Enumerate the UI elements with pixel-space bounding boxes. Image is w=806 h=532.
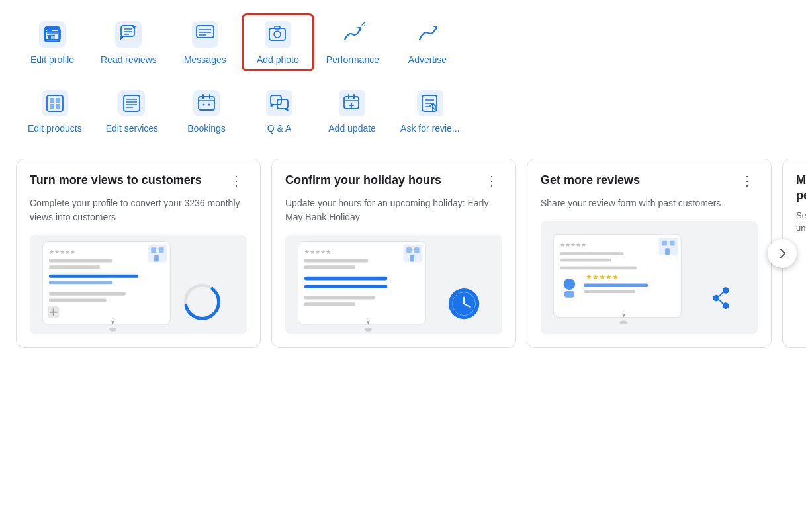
performance-label: Performance — [326, 54, 379, 65]
add-photo-icon — [263, 20, 292, 49]
svg-text:★★★★★: ★★★★★ — [49, 249, 75, 255]
svg-rect-30 — [50, 104, 54, 109]
edit-services-icon — [117, 89, 146, 118]
actions-row-2: Edit products Edit services — [16, 82, 790, 140]
svg-rect-104 — [584, 290, 635, 293]
svg-point-78 — [111, 318, 114, 321]
svg-rect-9 — [50, 34, 55, 40]
svg-rect-31 — [56, 104, 60, 109]
add-photo-label: Add photo — [257, 54, 299, 65]
svg-rect-90 — [410, 255, 414, 262]
action-messages[interactable]: Messages — [169, 13, 242, 71]
svg-line-115 — [719, 300, 723, 304]
svg-rect-89 — [414, 247, 420, 253]
cards-section: Turn more views to customers ⋮ Complete … — [16, 159, 790, 348]
svg-rect-2 — [47, 30, 52, 31]
svg-rect-100 — [560, 259, 611, 262]
advertise-icon — [413, 20, 442, 49]
svg-rect-106 — [564, 291, 574, 298]
svg-point-44 — [208, 104, 210, 106]
ask-for-review-icon — [416, 89, 445, 118]
views-card-menu-btn[interactable]: ⋮ — [226, 173, 247, 189]
svg-text:★★★★★: ★★★★★ — [586, 273, 619, 281]
svg-rect-85 — [304, 296, 375, 300]
svg-rect-109 — [670, 241, 675, 246]
partial-card-description: Seun — [796, 209, 806, 235]
holiday-card-description: Update your hours for an upcoming holida… — [285, 197, 502, 224]
reviews-card-menu-btn[interactable]: ⋮ — [737, 173, 758, 189]
svg-text:★★★★★: ★★★★★ — [304, 249, 331, 255]
svg-point-105 — [564, 279, 575, 290]
reviews-card-description: Share your review form with past custome… — [541, 197, 758, 210]
svg-rect-71 — [154, 255, 159, 262]
svg-rect-81 — [304, 259, 368, 263]
action-edit-products[interactable]: Edit products — [16, 82, 94, 140]
svg-rect-64 — [49, 275, 138, 278]
svg-point-96 — [367, 318, 369, 321]
views-card-header: Turn more views to customers ⋮ — [30, 173, 247, 189]
action-add-photo[interactable]: Add photo — [242, 13, 314, 71]
action-add-update[interactable]: Add update — [316, 82, 388, 140]
svg-rect-83 — [304, 277, 387, 281]
svg-rect-86 — [304, 302, 355, 306]
action-edit-services[interactable]: Edit services — [94, 82, 170, 140]
svg-point-112 — [713, 295, 719, 302]
svg-text:★★★★★: ★★★★★ — [560, 242, 586, 248]
svg-rect-88 — [406, 247, 412, 253]
reviews-card-title: Get more reviews — [541, 173, 731, 188]
add-update-label: Add update — [328, 123, 376, 134]
performance-icon — [338, 20, 367, 49]
svg-rect-103 — [584, 283, 648, 287]
svg-rect-67 — [49, 298, 107, 302]
edit-products-icon — [40, 89, 69, 118]
ask-for-review-label: Ask for revie... — [400, 123, 459, 134]
svg-rect-38 — [193, 90, 220, 116]
svg-line-114 — [719, 292, 723, 296]
read-reviews-label: Read reviews — [101, 54, 157, 65]
read-reviews-icon — [114, 20, 143, 49]
edit-products-label: Edit products — [28, 123, 82, 134]
action-ask-for-review[interactable]: Ask for revie... — [388, 82, 471, 140]
svg-point-116 — [620, 320, 628, 324]
holiday-card-title: Confirm your holiday hours — [285, 173, 476, 188]
next-button[interactable] — [768, 239, 797, 268]
reviews-card-illustration: ★★★★★ ★★★★★ — [541, 221, 758, 334]
svg-rect-108 — [662, 241, 667, 246]
action-edit-profile[interactable]: Edit profile — [16, 13, 89, 71]
views-card-illustration: ★★★★★ — [30, 235, 247, 334]
views-card-description: Complete your profile to convert your 32… — [30, 197, 247, 224]
action-advertise[interactable]: Advertise — [391, 13, 464, 71]
svg-rect-101 — [560, 266, 637, 269]
svg-rect-110 — [665, 248, 670, 255]
messages-label: Messages — [184, 54, 226, 65]
svg-rect-28 — [50, 98, 54, 103]
svg-rect-62 — [49, 259, 112, 263]
svg-point-43 — [203, 104, 205, 106]
action-q-and-a[interactable]: Q & A — [243, 82, 316, 140]
svg-point-95 — [365, 328, 373, 332]
svg-rect-82 — [304, 265, 355, 269]
holiday-card-illustration: ★★★★★ — [285, 235, 502, 334]
edit-services-label: Edit services — [106, 123, 158, 134]
holiday-card-header: Confirm your holiday hours ⋮ — [285, 173, 502, 189]
action-performance[interactable]: Performance — [314, 13, 391, 71]
svg-rect-99 — [560, 252, 623, 255]
messages-icon — [191, 20, 220, 49]
reviews-card: Get more reviews ⋮ Share your review for… — [527, 159, 772, 348]
svg-rect-63 — [49, 265, 100, 269]
add-update-icon — [337, 89, 367, 118]
svg-rect-32 — [118, 90, 145, 116]
partial-card-title: Mpe — [796, 173, 806, 204]
action-bookings[interactable]: Bookings — [170, 82, 243, 140]
svg-rect-29 — [56, 98, 60, 103]
svg-rect-70 — [159, 247, 164, 253]
action-read-reviews[interactable]: Read reviews — [89, 13, 169, 71]
svg-rect-69 — [151, 247, 156, 253]
svg-point-117 — [622, 312, 625, 314]
svg-rect-84 — [304, 285, 387, 288]
q-and-a-icon — [265, 89, 294, 118]
holiday-card-menu-btn[interactable]: ⋮ — [481, 173, 502, 189]
views-card-title: Turn more views to customers — [30, 173, 220, 188]
svg-rect-22 — [265, 21, 291, 48]
holiday-card: Confirm your holiday hours ⋮ Update your… — [271, 159, 516, 348]
